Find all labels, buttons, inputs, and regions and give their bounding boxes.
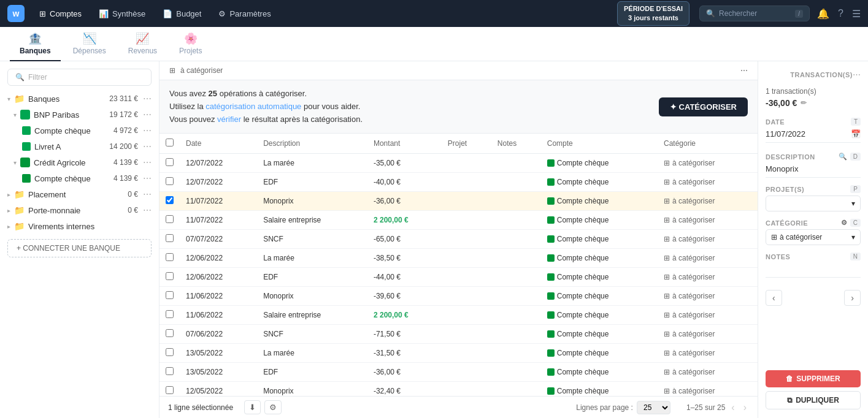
notifications-btn[interactable]: 🔔 xyxy=(817,8,829,20)
table-row[interactable]: 13/05/2022 La marée -31,50 € Compte chèq… xyxy=(159,344,758,363)
menu-btn[interactable]: ☰ xyxy=(852,8,861,20)
table-row[interactable]: 11/07/2022 Monoprix -36,00 € Compte chèq… xyxy=(159,192,758,211)
nav-parametres[interactable]: ⚙ Paramètres xyxy=(211,6,278,22)
row-checkbox-cell[interactable] xyxy=(159,173,180,192)
prev-transaction-btn[interactable]: ‹ xyxy=(766,290,782,306)
row-project xyxy=(442,192,491,211)
row-checkbox-cell[interactable] xyxy=(159,325,180,344)
nav-budget[interactable]: 📄 Budget xyxy=(155,6,209,22)
select-all-header[interactable] xyxy=(159,134,180,154)
next-transaction-btn[interactable]: › xyxy=(844,290,861,306)
sidebar-item-banques[interactable]: ▾ 📁 Banques 23 311 € ⋯ xyxy=(0,91,159,107)
edit-amount-icon[interactable]: ✏ xyxy=(801,99,807,107)
sidebar-item-virements[interactable]: ▸ 📁 Virements internes xyxy=(0,218,159,234)
row-checkbox-cell[interactable] xyxy=(159,363,180,382)
select-all-checkbox[interactable] xyxy=(166,139,174,146)
sidebar-more-btn[interactable]: ⋯ xyxy=(143,94,152,104)
row-checkbox[interactable] xyxy=(166,272,174,280)
search-box[interactable]: 🔍 Rechercher / xyxy=(699,6,810,21)
row-checkbox-cell[interactable] xyxy=(159,211,180,230)
sidebar-more-btn[interactable]: ⋯ xyxy=(143,205,152,215)
nav-comptes[interactable]: ⊞ Comptes xyxy=(32,6,89,22)
row-checkbox[interactable] xyxy=(166,177,174,185)
export-btn[interactable]: ⬇ xyxy=(244,400,261,414)
content-area: ⊞ à catégoriser ⋯ Vous avez 25 opération… xyxy=(159,61,758,418)
panel-description-value[interactable]: Monoprix xyxy=(766,163,861,175)
row-notes xyxy=(491,173,541,192)
sidebar-item-bnp[interactable]: ▾ BNP Paribas 19 172 € ⋯ xyxy=(0,107,159,123)
row-checkbox[interactable] xyxy=(166,291,174,299)
calendar-icon[interactable]: 📅 xyxy=(851,129,861,139)
nav-synthese[interactable]: 📊 Synthèse xyxy=(91,6,153,22)
table-row[interactable]: 13/05/2022 EDF -36,00 € Compte chèque ⊞ … xyxy=(159,363,758,382)
row-checkbox[interactable] xyxy=(166,196,174,204)
row-checkbox[interactable] xyxy=(166,310,174,318)
table-row[interactable]: 12/07/2022 EDF -40,00 € Compte chèque ⊞ … xyxy=(159,173,758,192)
per-page-select[interactable]: 25 50 100 xyxy=(637,401,670,414)
row-checkbox[interactable] xyxy=(166,158,174,166)
sidebar-more-btn[interactable]: ⋯ xyxy=(143,189,152,199)
sidebar-more-btn[interactable]: ⋯ xyxy=(143,142,152,151)
sidebar-more-btn[interactable]: ⋯ xyxy=(143,173,152,183)
table-row[interactable]: 07/06/2022 SNCF -71,50 € Compte chèque ⊞… xyxy=(159,325,758,344)
sidebar-item-ca[interactable]: ▾ Crédit Agricole 4 139 € ⋯ xyxy=(0,154,159,170)
row-checkbox-cell[interactable] xyxy=(159,249,180,268)
tab-depenses[interactable]: 📉 Dépenses xyxy=(63,27,116,61)
sidebar-item-placement[interactable]: ▸ 📁 Placement 0 € ⋯ xyxy=(0,186,159,202)
row-checkbox-cell[interactable] xyxy=(159,192,180,211)
row-checkbox[interactable] xyxy=(166,386,174,394)
tab-revenus[interactable]: 📈 Revenus xyxy=(118,27,167,61)
table-row[interactable]: 11/07/2022 Salaire entreprise 2 200,00 €… xyxy=(159,211,758,230)
row-checkbox-cell[interactable] xyxy=(159,344,180,363)
tab-banques[interactable]: 🏦 Banques xyxy=(10,27,61,61)
prev-page-btn[interactable]: ‹ xyxy=(729,401,737,414)
table-row[interactable]: 07/07/2022 SNCF -65,00 € Compte chèque ⊞… xyxy=(159,230,758,249)
sidebar-filter[interactable]: 🔍 Filtrer xyxy=(7,69,152,86)
table-row[interactable]: 12/06/2022 La marée -38,50 € Compte chèq… xyxy=(159,249,758,268)
row-checkbox[interactable] xyxy=(166,253,174,261)
sidebar-more-btn[interactable]: ⋯ xyxy=(143,110,152,120)
table-row[interactable]: 12/06/2022 EDF -44,00 € Compte chèque ⊞ … xyxy=(159,268,758,287)
row-description: Salaire entreprise xyxy=(257,306,367,325)
search-desc-icon[interactable]: 🔍 xyxy=(839,153,848,161)
category-filter-icon[interactable]: ⚙ xyxy=(841,219,848,227)
connect-bank-button[interactable]: + CONNECTER UNE BANQUE xyxy=(7,239,152,257)
panel-more-btn[interactable]: ⋯ xyxy=(853,70,861,79)
row-checkbox-cell[interactable] xyxy=(159,154,180,173)
sidebar-item-livret-a[interactable]: Livret A 14 200 € ⋯ xyxy=(0,139,159,154)
verify-link[interactable]: vérifier xyxy=(217,115,241,124)
table-row[interactable]: 12/05/2022 Monoprix -32,40 € Compte chèq… xyxy=(159,382,758,396)
table-row[interactable]: 11/06/2022 Monoprix -39,60 € Compte chèq… xyxy=(159,287,758,306)
row-checkbox-cell[interactable] xyxy=(159,268,180,287)
row-checkbox[interactable] xyxy=(166,348,174,356)
row-checkbox-cell[interactable] xyxy=(159,306,180,325)
row-checkbox-cell[interactable] xyxy=(159,382,180,396)
next-page-btn[interactable]: › xyxy=(741,401,749,414)
tab-projets[interactable]: 🌸 Projets xyxy=(169,27,212,61)
more-options-btn[interactable]: ⋯ xyxy=(740,66,748,75)
row-checkbox[interactable] xyxy=(166,215,174,223)
settings-btn[interactable]: ⚙ xyxy=(264,400,282,414)
duplicate-button[interactable]: ⧉ DUPLIQUER xyxy=(766,391,861,409)
row-checkbox-cell[interactable] xyxy=(159,287,180,306)
sidebar-more-btn[interactable]: ⋯ xyxy=(143,126,152,135)
sidebar-more-btn[interactable]: ⋯ xyxy=(143,158,152,167)
sidebar-item-compte-cheque-ca[interactable]: Compte chèque 4 139 € ⋯ xyxy=(0,170,159,186)
row-checkbox[interactable] xyxy=(166,234,174,242)
transactions-table: Date Description Montant Projet Notes Co… xyxy=(159,134,758,396)
row-checkbox-cell[interactable] xyxy=(159,230,180,249)
table-row[interactable]: 12/07/2022 La marée -35,00 € Compte chèq… xyxy=(159,154,758,173)
panel-project-dropdown[interactable]: ▾ xyxy=(766,196,861,211)
categorize-button[interactable]: ✦ CATÉGORISER xyxy=(659,97,748,116)
sidebar-item-porte-monnaie[interactable]: ▸ 📁 Porte-monnaie 0 € ⋯ xyxy=(0,202,159,218)
panel-category-dropdown[interactable]: ⊞ à catégoriser ▾ xyxy=(766,229,861,245)
row-checkbox[interactable] xyxy=(166,367,174,375)
delete-button[interactable]: 🗑 SUPPRIMER xyxy=(766,370,861,387)
table-row[interactable]: 11/06/2022 Salaire entreprise 2 200,00 €… xyxy=(159,306,758,325)
sidebar-item-compte-cheque-bnp[interactable]: Compte chèque 4 972 € ⋯ xyxy=(0,123,159,139)
panel-notes-input[interactable] xyxy=(766,263,861,278)
panel-date-value[interactable]: 11/07/2022 xyxy=(766,128,805,140)
help-btn[interactable]: ? xyxy=(838,8,843,19)
auto-categorize-link[interactable]: catégorisation automatique xyxy=(205,102,301,111)
row-checkbox[interactable] xyxy=(166,329,174,337)
